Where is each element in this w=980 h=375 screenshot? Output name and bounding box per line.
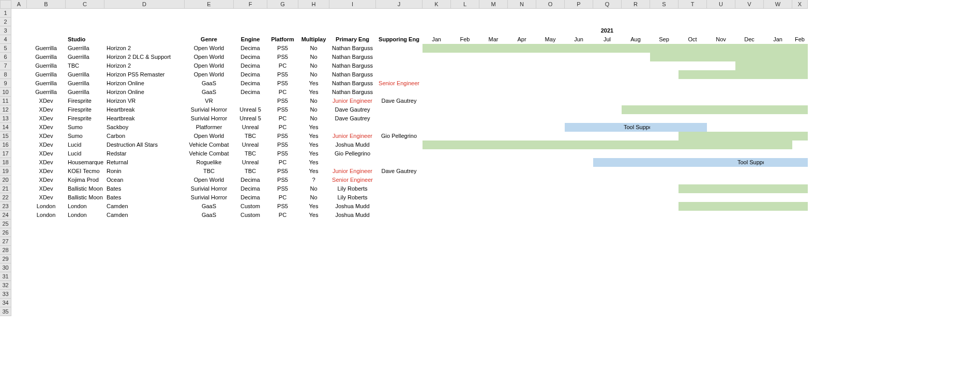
cell-G5[interactable]: PS5	[267, 44, 298, 53]
cell-P8[interactable]	[565, 70, 593, 79]
cell-A2[interactable]	[11, 18, 27, 26]
cell-U29[interactable]	[707, 255, 735, 263]
cell-O26[interactable]	[536, 228, 565, 237]
select-all-corner[interactable]	[0, 0, 11, 9]
cell-V22[interactable]	[735, 193, 764, 202]
row-header-2[interactable]: 2	[0, 18, 11, 26]
cell-F3[interactable]	[234, 26, 267, 35]
cell-E2[interactable]	[185, 18, 234, 26]
cell-V35[interactable]	[735, 307, 764, 316]
cell-V19[interactable]	[735, 167, 764, 176]
cell-X21[interactable]	[792, 184, 808, 193]
cell-F35[interactable]	[234, 307, 267, 316]
cell-X24[interactable]	[792, 211, 808, 220]
cell-J31[interactable]	[376, 272, 423, 281]
cell-T9[interactable]	[679, 79, 707, 88]
cell-E6[interactable]: Open World	[185, 53, 234, 61]
row-header-22[interactable]: 22	[0, 193, 11, 202]
cell-K4[interactable]: Jan	[423, 35, 451, 44]
cell-B14[interactable]: XDev	[27, 123, 66, 132]
cell-C9[interactable]: Guerrilla	[66, 79, 104, 88]
cell-W6[interactable]	[764, 53, 792, 61]
cell-T12[interactable]	[679, 105, 707, 114]
cell-K30[interactable]	[423, 263, 451, 272]
cell-H21[interactable]: No	[298, 184, 329, 193]
cell-D30[interactable]	[104, 263, 185, 272]
cell-S32[interactable]	[650, 281, 679, 290]
col-header-G[interactable]: G	[267, 0, 298, 9]
cell-S11[interactable]	[650, 97, 679, 105]
cell-M13[interactable]	[479, 114, 508, 123]
col-header-X[interactable]: X	[792, 0, 808, 9]
cell-C30[interactable]	[66, 263, 104, 272]
cell-T18[interactable]	[679, 158, 707, 167]
cell-O21[interactable]	[536, 184, 565, 193]
cell-V21[interactable]	[735, 184, 764, 193]
cell-L18[interactable]	[451, 158, 479, 167]
cell-M31[interactable]	[479, 272, 508, 281]
cell-T27[interactable]	[679, 237, 707, 246]
cell-V32[interactable]	[735, 281, 764, 290]
cell-D20[interactable]: Ocean	[104, 176, 185, 184]
cell-F24[interactable]: Custom	[234, 211, 267, 220]
cell-J32[interactable]	[376, 281, 423, 290]
col-header-P[interactable]: P	[565, 0, 593, 9]
cell-U10[interactable]	[707, 88, 735, 97]
cell-L9[interactable]	[451, 79, 479, 88]
cell-G1[interactable]	[267, 9, 298, 18]
cell-N14[interactable]	[508, 123, 536, 132]
cell-G25[interactable]	[267, 220, 298, 228]
cell-C7[interactable]: TBC	[66, 61, 104, 70]
cell-C4[interactable]: Studio	[66, 35, 104, 44]
cell-Q14[interactable]	[593, 123, 622, 132]
cell-W24[interactable]	[764, 211, 792, 220]
cell-L4[interactable]: Feb	[451, 35, 479, 44]
cell-D14[interactable]: Sackboy	[104, 123, 185, 132]
row-header-4[interactable]: 4	[0, 35, 11, 44]
cell-U33[interactable]	[707, 290, 735, 299]
cell-P33[interactable]	[565, 290, 593, 299]
cell-H3[interactable]	[298, 26, 329, 35]
cell-H16[interactable]: Yes	[298, 140, 329, 149]
cell-X33[interactable]	[792, 290, 808, 299]
cell-W9[interactable]	[764, 79, 792, 88]
cell-O27[interactable]	[536, 237, 565, 246]
cell-B15[interactable]: XDev	[27, 132, 66, 140]
cell-U9[interactable]	[707, 79, 735, 88]
cell-U17[interactable]	[707, 149, 735, 158]
cell-D35[interactable]	[104, 307, 185, 316]
cell-S26[interactable]	[650, 228, 679, 237]
cell-R17[interactable]	[622, 149, 650, 158]
cell-I11[interactable]: Junior Engineer	[329, 97, 376, 105]
cell-S20[interactable]	[650, 176, 679, 184]
cell-H13[interactable]: No	[298, 114, 329, 123]
cell-E16[interactable]: Vehicle Combat	[185, 140, 234, 149]
cell-O15[interactable]	[536, 132, 565, 140]
cell-C34[interactable]	[66, 299, 104, 307]
cell-W34[interactable]	[764, 299, 792, 307]
cell-U13[interactable]	[707, 114, 735, 123]
cell-I17[interactable]: Gio Pellegrino	[329, 149, 376, 158]
cell-L17[interactable]	[451, 149, 479, 158]
cell-T31[interactable]	[679, 272, 707, 281]
cell-X10[interactable]	[792, 88, 808, 97]
cell-W23[interactable]	[764, 202, 792, 211]
cell-X16[interactable]	[792, 140, 808, 149]
cell-C31[interactable]	[66, 272, 104, 281]
cell-R26[interactable]	[622, 228, 650, 237]
cell-A20[interactable]	[11, 176, 27, 184]
cell-D12[interactable]: Heartbreak	[104, 105, 185, 114]
cell-K32[interactable]	[423, 281, 451, 290]
cell-P6[interactable]	[565, 53, 593, 61]
cell-F8[interactable]: Decima	[234, 70, 267, 79]
cell-Q12[interactable]	[593, 105, 622, 114]
cell-E27[interactable]	[185, 237, 234, 246]
cell-X15[interactable]	[792, 132, 808, 140]
cell-O1[interactable]	[536, 9, 565, 18]
cell-U16[interactable]	[707, 140, 735, 149]
cell-C32[interactable]	[66, 281, 104, 290]
cell-L3[interactable]	[451, 26, 479, 35]
cell-A33[interactable]	[11, 290, 27, 299]
cell-N9[interactable]	[508, 79, 536, 88]
cell-X19[interactable]	[792, 167, 808, 176]
